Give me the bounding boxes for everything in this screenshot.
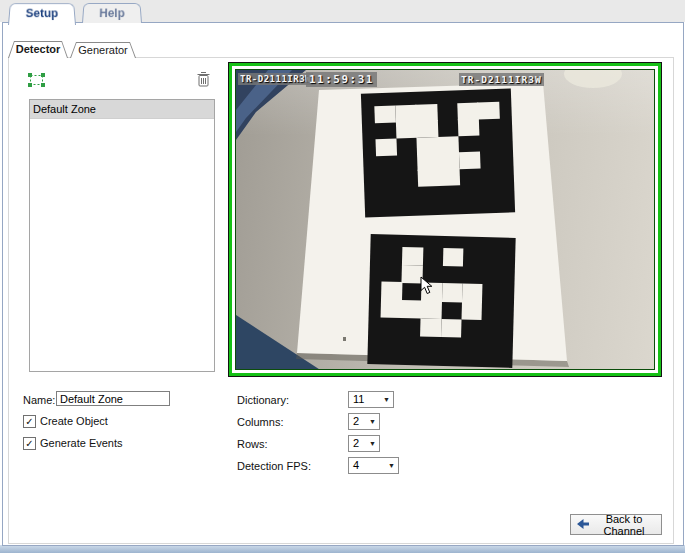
aruco-marker-cell xyxy=(417,153,439,171)
aruco-marker-cell xyxy=(381,282,402,301)
camera-view[interactable]: TR-D2111IR3W 11:59:31 TR-D2111IR3W xyxy=(228,62,662,377)
rows-label: Rows: xyxy=(237,438,268,450)
rows-value: 2 xyxy=(353,437,359,449)
paper-mark xyxy=(343,337,346,341)
dictionary-select[interactable]: 11 ▼ xyxy=(348,391,394,408)
dictionary-label: Dictionary: xyxy=(237,394,289,406)
detection-fps-label: Detection FPS: xyxy=(237,460,311,472)
dropdown-arrow-icon: ▼ xyxy=(383,392,390,407)
camera-overlay-name-left: TR-D2111IR3W xyxy=(238,73,313,85)
main-tab-bar: Setup Help xyxy=(0,0,685,22)
mouse-cursor-icon xyxy=(420,276,433,299)
detection-fps-value: 4 xyxy=(353,459,359,471)
aruco-marker-cell xyxy=(458,119,480,137)
checkbox-generate-events-label: Generate Events xyxy=(40,437,123,449)
tab-generator[interactable]: Generator xyxy=(70,42,136,58)
dropdown-arrow-icon: ▼ xyxy=(369,414,376,429)
camera-overlay-time: 11:59:31 xyxy=(306,72,377,87)
detection-zone-frame: TR-D2111IR3W 11:59:31 TR-D2111IR3W xyxy=(229,63,661,376)
aruco-marker-cell xyxy=(441,319,462,338)
aruco-marker-cell xyxy=(416,120,438,138)
checkbox-create-object-label: Create Object xyxy=(40,415,108,427)
columns-select[interactable]: 2 ▼ xyxy=(348,413,380,430)
delete-zone-button[interactable] xyxy=(192,71,214,91)
aruco-marker-cell xyxy=(420,318,441,337)
aruco-marker-cell xyxy=(462,284,483,303)
rows-select[interactable]: 2 ▼ xyxy=(348,435,380,452)
tab-generator-label: Generator xyxy=(70,42,136,58)
aruco-marker-cell xyxy=(417,137,439,155)
checkbox-generate-events[interactable]: ✓ xyxy=(23,437,36,450)
aruco-marker-cell xyxy=(381,299,402,318)
columns-value: 2 xyxy=(353,415,359,427)
tab-setup[interactable]: Setup xyxy=(8,3,76,25)
aruco-marker xyxy=(361,88,515,217)
back-to-channel-button[interactable]: Back to Channel xyxy=(570,514,662,535)
aruco-marker-cell xyxy=(396,121,418,139)
aruco-marker-cell xyxy=(374,105,396,123)
aruco-marker-cell xyxy=(439,169,461,187)
app-window: Setup Help Detector Generator xyxy=(0,0,685,553)
back-to-channel-label: Back to Channel xyxy=(593,513,655,537)
back-arrow-icon xyxy=(577,519,589,531)
tab-detector-label: Detector xyxy=(8,41,68,58)
name-input[interactable] xyxy=(56,391,170,406)
aruco-marker-cell xyxy=(402,247,423,266)
aruco-marker-cell xyxy=(442,248,463,267)
aruco-marker-cell xyxy=(478,102,500,120)
aruco-marker xyxy=(367,234,515,368)
window-bottom-edge xyxy=(0,545,685,553)
aruco-marker-cell xyxy=(437,136,459,154)
camera-overlay-name-right: TR-D2111IR3W xyxy=(459,73,544,86)
aruco-marker-cell xyxy=(421,300,442,319)
aruco-marker-cell xyxy=(418,169,440,187)
aruco-marker-cell xyxy=(459,152,481,170)
aruco-marker-cell xyxy=(461,302,482,321)
aruco-marker-cell xyxy=(401,300,422,319)
name-label: Name: xyxy=(23,394,55,406)
aruco-marker-cell xyxy=(457,103,479,121)
add-zone-button[interactable] xyxy=(25,71,47,91)
checkbox-create-object[interactable]: ✓ xyxy=(23,415,36,428)
dropdown-arrow-icon: ▼ xyxy=(388,458,395,473)
aruco-marker-cell xyxy=(441,283,462,302)
tab-help[interactable]: Help xyxy=(82,3,142,23)
columns-label: Columns: xyxy=(237,416,283,428)
dictionary-value: 11 xyxy=(353,393,364,405)
aruco-marker-cell xyxy=(438,152,460,170)
tab-detector[interactable]: Detector xyxy=(8,41,68,58)
detection-fps-select[interactable]: 4 ▼ xyxy=(348,457,399,474)
zone-list-item[interactable]: Default Zone xyxy=(30,100,214,119)
camera-frame-content: TR-D2111IR3W 11:59:31 TR-D2111IR3W xyxy=(235,69,655,370)
dropdown-arrow-icon: ▼ xyxy=(369,436,376,451)
aruco-marker-cell xyxy=(416,104,438,122)
zone-polygon-icon xyxy=(28,73,45,90)
zone-list[interactable]: Default Zone xyxy=(29,99,215,372)
aruco-marker-cell xyxy=(395,105,417,123)
trash-icon xyxy=(197,72,210,90)
aruco-marker-cell xyxy=(375,138,397,156)
